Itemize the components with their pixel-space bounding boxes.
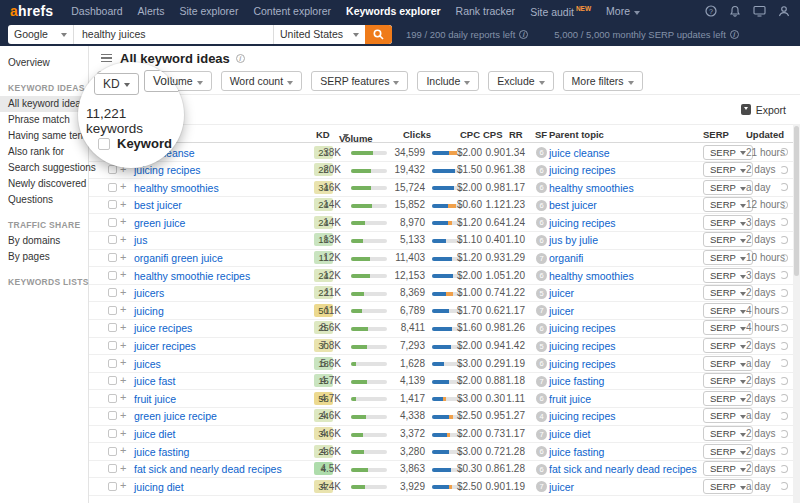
col-header-cpc[interactable]: CPC — [460, 129, 480, 140]
col-header-parent-topic[interactable]: Parent topic — [549, 129, 604, 140]
parent-topic-link[interactable]: organifi — [549, 252, 583, 264]
keyword-link[interactable]: juices — [134, 358, 161, 370]
serp-features-count-badge[interactable]: 6 — [536, 165, 547, 176]
row-checkbox[interactable] — [108, 394, 117, 403]
keyword-link[interactable]: juicing diet — [134, 481, 184, 493]
nav-item-site-explorer[interactable]: Site explorer — [179, 5, 238, 17]
serp-features-count-badge[interactable]: 6 — [536, 358, 547, 369]
search-button[interactable] — [365, 25, 392, 44]
parent-topic-link[interactable]: juicing recipes — [549, 410, 616, 422]
export-button[interactable]: Export — [741, 104, 786, 116]
keyword-link[interactable]: healthy smoothies — [134, 182, 219, 194]
filter-button-serp-features[interactable]: SERP features — [311, 71, 408, 91]
row-checkbox[interactable] — [108, 359, 117, 368]
scrollbar-thumb[interactable] — [794, 126, 799, 276]
sidebar-item-all-keyword-ideas[interactable]: All keyword ideas — [0, 96, 88, 112]
refresh-icon[interactable] — [780, 412, 788, 420]
expand-keyword-icon[interactable]: + — [120, 233, 126, 245]
refresh-icon[interactable] — [780, 254, 788, 262]
keyword-link[interactable]: juicing — [134, 305, 164, 317]
row-checkbox[interactable] — [108, 271, 117, 280]
sidebar-item-by-pages[interactable]: By pages — [0, 249, 88, 265]
col-header-volume[interactable]: Volume — [339, 129, 349, 140]
expand-keyword-icon[interactable]: + — [120, 462, 126, 474]
ahrefs-logo[interactable]: ahrefs — [10, 3, 53, 19]
parent-topic-link[interactable]: juicing recipes — [549, 358, 616, 370]
country-select[interactable]: United States — [273, 25, 365, 44]
info-icon[interactable]: i — [519, 30, 528, 39]
parent-topic-link[interactable]: juicer — [549, 305, 574, 317]
serp-features-count-badge[interactable]: 7 — [536, 481, 547, 492]
serp-features-count-badge[interactable]: 6 — [536, 464, 547, 475]
row-checkbox[interactable] — [108, 341, 117, 350]
sidebar-item-having-same-terms[interactable]: Having same terms — [0, 128, 88, 144]
refresh-icon[interactable] — [780, 342, 788, 350]
refresh-icon[interactable] — [780, 201, 788, 209]
row-checkbox[interactable] — [108, 253, 117, 262]
row-checkbox[interactable] — [108, 323, 117, 332]
filter-button-word-count[interactable]: Word count — [221, 71, 303, 91]
row-checkbox[interactable] — [108, 200, 117, 209]
row-checkbox[interactable] — [108, 376, 117, 385]
expand-keyword-icon[interactable]: + — [120, 303, 126, 315]
col-header-kd[interactable]: KD — [316, 129, 330, 140]
nav-item-alerts[interactable]: Alerts — [138, 5, 165, 17]
refresh-icon[interactable] — [780, 482, 788, 490]
keyword-query-input[interactable] — [74, 25, 273, 44]
sidebar-item-overview[interactable]: Overview — [0, 55, 88, 71]
row-checkbox[interactable] — [108, 411, 117, 420]
refresh-icon[interactable] — [780, 465, 788, 473]
parent-topic-link[interactable]: juicing recipes — [549, 164, 616, 176]
refresh-icon[interactable] — [780, 148, 788, 156]
row-checkbox[interactable] — [108, 464, 117, 473]
expand-keyword-icon[interactable]: + — [120, 391, 126, 403]
parent-topic-link[interactable]: juice diet — [549, 428, 590, 440]
filter-button-more-filters[interactable]: More filters — [563, 71, 643, 91]
lens-kd-filter-button[interactable]: KD — [94, 73, 139, 95]
nav-item-dashboard[interactable]: Dashboard — [71, 5, 122, 17]
parent-topic-link[interactable]: juice fasting — [549, 446, 604, 458]
search-engine-select[interactable]: Google — [8, 25, 74, 44]
display-icon[interactable] — [753, 5, 766, 17]
lens-select-all-checkbox[interactable] — [98, 138, 110, 150]
serp-features-count-badge[interactable]: 6 — [536, 323, 547, 334]
keyword-link[interactable]: juicer recipes — [134, 340, 196, 352]
expand-keyword-icon[interactable]: + — [120, 251, 126, 263]
scrollbar-track[interactable] — [793, 124, 800, 503]
filter-button-include[interactable]: Include — [417, 71, 479, 91]
nav-item-content-explorer[interactable]: Content explorer — [253, 5, 331, 17]
parent-topic-link[interactable]: healthy smoothies — [549, 182, 634, 194]
expand-keyword-icon[interactable]: + — [120, 286, 126, 298]
refresh-icon[interactable] — [780, 166, 788, 174]
sidebar-item-phrase-match[interactable]: Phrase match — [0, 112, 88, 128]
expand-keyword-icon[interactable]: + — [120, 479, 126, 491]
col-header-serp[interactable]: SERP — [703, 129, 729, 140]
serp-features-count-badge[interactable]: 6 — [536, 182, 547, 193]
row-checkbox[interactable] — [108, 183, 117, 192]
parent-topic-link[interactable]: juice fasting — [549, 375, 604, 387]
expand-keyword-icon[interactable]: + — [120, 268, 126, 280]
keyword-link[interactable]: fat sick and nearly dead recipes — [134, 463, 282, 475]
info-icon[interactable]: i — [730, 30, 739, 39]
help-icon[interactable]: ? — [705, 5, 717, 17]
col-header-cps[interactable]: CPS — [483, 129, 503, 140]
serp-features-count-badge[interactable]: 7 — [536, 253, 547, 264]
refresh-icon[interactable] — [780, 359, 788, 367]
parent-topic-link[interactable]: juicing recipes — [549, 217, 616, 229]
row-checkbox[interactable] — [108, 288, 117, 297]
serp-features-count-badge[interactable]: 6 — [536, 270, 547, 281]
serp-features-count-badge[interactable]: 6 — [536, 446, 547, 457]
nav-item-more[interactable]: More — [606, 5, 640, 17]
col-header-clicks[interactable]: Clicks — [403, 129, 431, 140]
row-checkbox[interactable] — [108, 235, 117, 244]
expand-keyword-icon[interactable]: + — [120, 180, 126, 192]
expand-keyword-icon[interactable]: + — [120, 374, 126, 386]
parent-topic-link[interactable]: healthy smoothies — [549, 270, 634, 282]
col-header-sf[interactable]: SF — [535, 129, 547, 140]
parent-topic-link[interactable]: fat sick and nearly dead recipes — [549, 463, 697, 475]
keyword-link[interactable]: juice fast — [134, 375, 175, 387]
keyword-link[interactable]: green juice recipe — [134, 410, 217, 422]
keyword-link[interactable]: fruit juice — [134, 393, 176, 405]
refresh-icon[interactable] — [780, 447, 788, 455]
refresh-icon[interactable] — [780, 306, 788, 314]
